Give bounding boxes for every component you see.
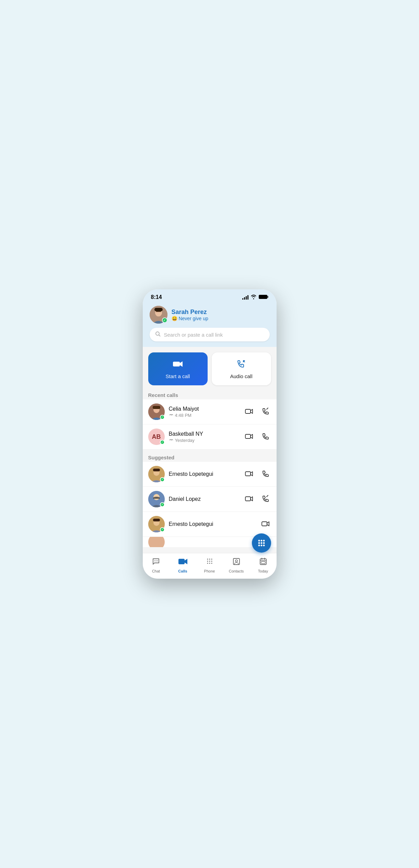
ernesto1-avatar-wrapper bbox=[148, 466, 165, 482]
svg-point-31 bbox=[263, 542, 265, 544]
svg-point-26 bbox=[258, 540, 260, 542]
svg-rect-13 bbox=[245, 434, 251, 438]
nav-phone[interactable]: Phone bbox=[196, 556, 223, 575]
daniel-online-dot bbox=[160, 502, 165, 507]
status-time: 8:14 bbox=[151, 294, 162, 300]
nav-chat[interactable]: Chat bbox=[143, 556, 170, 575]
celia-name: Celia Maiyot bbox=[169, 406, 244, 412]
nav-calls[interactable]: Calls bbox=[170, 556, 196, 575]
svg-point-46 bbox=[209, 563, 210, 564]
svg-point-35 bbox=[154, 560, 155, 561]
svg-point-32 bbox=[258, 545, 260, 546]
user-name: Sarah Perez bbox=[172, 309, 208, 316]
ernesto1-name: Ernesto Lopetegui bbox=[169, 471, 244, 477]
fab-dialpad-button[interactable] bbox=[252, 533, 271, 553]
svg-point-34 bbox=[263, 545, 265, 546]
calls-nav-label: Calls bbox=[178, 569, 187, 573]
partial-avatar-wrapper bbox=[148, 537, 165, 547]
user-avatar-wrapper bbox=[150, 306, 167, 324]
basketball-name: Basketball NY bbox=[169, 431, 244, 437]
basketball-time: Yesterday bbox=[169, 438, 244, 443]
svg-rect-8 bbox=[173, 362, 180, 366]
svg-rect-54 bbox=[261, 562, 265, 564]
svg-rect-12 bbox=[245, 409, 251, 413]
ernesto2-call-actions bbox=[260, 518, 271, 530]
svg-rect-25 bbox=[262, 522, 267, 526]
daniel-video-call-button[interactable] bbox=[244, 493, 255, 505]
recent-calls-list: Celia Maiyot 4:48 PM bbox=[143, 399, 277, 449]
nav-contacts[interactable]: Contacts bbox=[223, 556, 250, 575]
svg-rect-21 bbox=[245, 497, 251, 501]
audio-call-icon bbox=[236, 359, 247, 371]
svg-rect-17 bbox=[245, 472, 251, 476]
user-info: Sarah Perez 😀 Never give up bbox=[172, 309, 208, 321]
celia-avatar-wrapper bbox=[148, 403, 165, 420]
svg-rect-0 bbox=[259, 295, 267, 299]
ernesto2-video-call-button[interactable] bbox=[260, 518, 271, 530]
start-call-button[interactable]: Start a call bbox=[148, 352, 208, 385]
svg-rect-11 bbox=[153, 406, 160, 409]
main-content: Start a call Audio call Recent calls bbox=[143, 347, 277, 553]
suggested-title: Suggested bbox=[143, 452, 277, 462]
celia-info: Celia Maiyot 4:48 PM bbox=[169, 406, 244, 418]
audio-call-label: Audio call bbox=[230, 373, 252, 379]
svg-point-40 bbox=[209, 559, 210, 560]
celia-video-call-button[interactable] bbox=[244, 406, 255, 418]
suggested-list: Ernesto Lopetegui bbox=[143, 462, 277, 547]
svg-point-45 bbox=[207, 563, 208, 564]
basketball-audio-call-button[interactable] bbox=[260, 431, 271, 443]
svg-point-47 bbox=[211, 563, 212, 564]
start-call-label: Start a call bbox=[166, 373, 190, 379]
celia-audio-call-button[interactable] bbox=[260, 406, 271, 418]
daniel-call-actions bbox=[244, 493, 271, 505]
svg-point-29 bbox=[258, 542, 260, 544]
nav-today[interactable]: Today bbox=[250, 556, 277, 575]
basketball-video-call-button[interactable] bbox=[244, 431, 255, 443]
signal-bars-icon bbox=[242, 295, 248, 300]
today-nav-icon bbox=[259, 557, 267, 568]
svg-point-30 bbox=[260, 542, 262, 544]
contacts-nav-label: Contacts bbox=[229, 569, 244, 573]
daniel-info: Daniel Lopez bbox=[169, 496, 244, 502]
basketball-online-dot bbox=[160, 440, 165, 445]
svg-line-7 bbox=[159, 335, 160, 336]
table-row: Celia Maiyot 4:48 PM bbox=[143, 399, 277, 424]
svg-rect-16 bbox=[153, 469, 160, 471]
status-bar: 8:14 bbox=[143, 289, 277, 303]
basketball-info: Basketball NY Yesterday bbox=[169, 431, 244, 443]
ernesto2-name: Ernesto Lopetegui bbox=[169, 521, 260, 527]
partial-avatar bbox=[148, 537, 165, 547]
svg-rect-1 bbox=[267, 296, 268, 298]
phone-nav-label: Phone bbox=[204, 569, 215, 573]
daniel-audio-call-button[interactable] bbox=[260, 493, 271, 505]
table-row: Ernesto Lopetegui bbox=[143, 512, 277, 537]
svg-point-42 bbox=[207, 561, 208, 562]
svg-point-43 bbox=[209, 561, 210, 562]
table-row: Daniel Lopez bbox=[143, 487, 277, 512]
ernesto1-call-actions bbox=[244, 468, 271, 480]
svg-point-44 bbox=[211, 561, 212, 562]
svg-point-27 bbox=[260, 540, 262, 542]
svg-point-41 bbox=[211, 559, 212, 560]
recent-calls-title: Recent calls bbox=[143, 389, 277, 399]
svg-point-33 bbox=[260, 545, 262, 546]
phone-nav-icon bbox=[206, 557, 214, 568]
celia-online-dot bbox=[160, 415, 165, 420]
audio-call-button[interactable]: Audio call bbox=[212, 352, 271, 385]
chat-nav-label: Chat bbox=[152, 569, 160, 573]
calls-nav-icon bbox=[178, 557, 188, 568]
basketball-call-actions bbox=[244, 431, 271, 443]
svg-point-39 bbox=[207, 559, 208, 560]
celia-time: 4:48 PM bbox=[169, 413, 244, 418]
ernesto1-audio-call-button[interactable] bbox=[260, 468, 271, 480]
ernesto1-video-call-button[interactable] bbox=[244, 468, 255, 480]
ernesto2-info: Ernesto Lopetegui bbox=[169, 521, 260, 527]
basketball-avatar-wrapper: AB bbox=[148, 429, 165, 445]
ernesto2-online-dot bbox=[160, 527, 165, 532]
battery-icon bbox=[259, 294, 268, 300]
svg-point-49 bbox=[235, 560, 237, 562]
status-icons bbox=[242, 294, 268, 300]
contacts-nav-icon bbox=[232, 557, 241, 568]
search-bar[interactable]: Search or paste a call link bbox=[150, 328, 270, 341]
search-icon bbox=[155, 331, 161, 338]
